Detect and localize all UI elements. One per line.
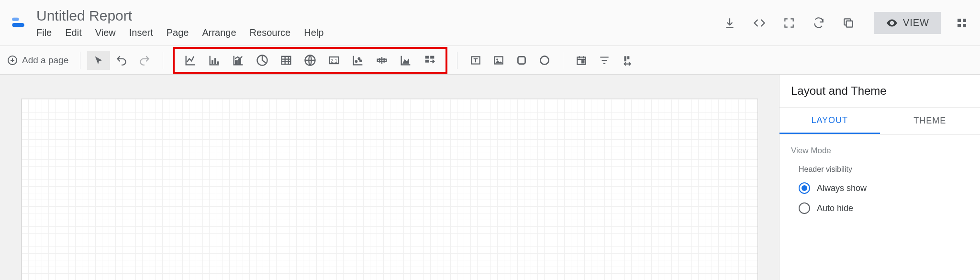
- svg-rect-25: [425, 59, 429, 62]
- radio-icon: [799, 202, 810, 214]
- radio-auto-hide[interactable]: Auto hide: [799, 202, 969, 214]
- combo-chart-icon[interactable]: [226, 51, 250, 70]
- app-logo-icon[interactable]: [9, 13, 28, 33]
- pivot-table-icon[interactable]: [418, 51, 442, 70]
- svg-rect-11: [217, 61, 219, 64]
- separator: [163, 52, 163, 69]
- geo-chart-icon[interactable]: [298, 51, 322, 70]
- undo-icon[interactable]: [110, 51, 133, 70]
- svg-rect-33: [624, 56, 626, 61]
- embed-icon[interactable]: [751, 14, 768, 32]
- svg-rect-5: [963, 19, 966, 22]
- table-chart-icon[interactable]: [274, 51, 298, 70]
- separator: [80, 52, 80, 69]
- image-icon[interactable]: [487, 51, 510, 70]
- redo-icon[interactable]: [133, 51, 156, 70]
- svg-point-20: [358, 57, 360, 59]
- bar-chart-icon[interactable]: [202, 51, 226, 70]
- svg-rect-24: [430, 56, 434, 58]
- svg-rect-7: [963, 24, 966, 27]
- svg-rect-9: [212, 60, 213, 64]
- side-panel: Layout and Theme LAYOUT THEME View Mode …: [779, 75, 980, 280]
- svg-point-30: [541, 56, 549, 64]
- view-mode-heading: View Mode: [791, 146, 969, 156]
- separator: [457, 52, 457, 69]
- radio-always-show[interactable]: Always show: [799, 182, 969, 194]
- svg-rect-23: [425, 56, 429, 58]
- tab-layout[interactable]: LAYOUT: [780, 108, 880, 134]
- refresh-icon[interactable]: [810, 14, 827, 32]
- svg-rect-29: [518, 56, 525, 64]
- text-box-icon[interactable]: [464, 51, 487, 70]
- menu-help[interactable]: Help: [304, 27, 323, 38]
- data-control-icon[interactable]: [616, 51, 639, 70]
- svg-rect-6: [958, 24, 961, 27]
- radio-label: Auto hide: [817, 203, 853, 213]
- menu-arrange[interactable]: Arrange: [202, 27, 236, 38]
- document-title[interactable]: Untitled Report: [36, 7, 323, 24]
- date-range-icon[interactable]: [570, 51, 593, 70]
- eye-icon: [886, 17, 898, 29]
- menu-file[interactable]: File: [36, 27, 52, 38]
- svg-point-19: [356, 60, 357, 62]
- svg-point-21: [360, 60, 362, 62]
- svg-rect-4: [958, 19, 961, 22]
- header-visibility-heading: Header visibility: [799, 165, 969, 174]
- pie-chart-icon[interactable]: [250, 51, 274, 70]
- menu-resource[interactable]: Resource: [250, 27, 291, 38]
- fullscreen-icon[interactable]: [780, 14, 798, 32]
- scatter-chart-icon[interactable]: [346, 51, 370, 70]
- svg-rect-0: [12, 17, 19, 21]
- svg-rect-12: [235, 61, 237, 64]
- menu-view[interactable]: View: [95, 27, 116, 38]
- copy-icon[interactable]: [840, 14, 857, 32]
- svg-rect-15: [282, 56, 291, 64]
- svg-text:2.1: 2.1: [331, 57, 338, 63]
- toolbar: Add a page 2.1: [0, 46, 980, 75]
- svg-point-28: [496, 58, 498, 60]
- view-button[interactable]: VIEW: [874, 12, 941, 34]
- view-button-label: VIEW: [903, 17, 929, 28]
- bullet-chart-icon[interactable]: [370, 51, 394, 70]
- rectangle-shape-icon[interactable]: [510, 51, 533, 70]
- separator: [563, 52, 563, 69]
- svg-rect-32: [582, 61, 584, 63]
- apps-icon[interactable]: [953, 14, 970, 32]
- circle-shape-icon[interactable]: [533, 51, 556, 70]
- select-tool-icon[interactable]: [87, 51, 110, 70]
- download-icon[interactable]: [721, 14, 738, 32]
- add-page-button[interactable]: Add a page: [6, 55, 73, 66]
- chart-tools-group: 2.1: [173, 47, 447, 74]
- svg-rect-2: [846, 21, 853, 27]
- scorecard-icon[interactable]: 2.1: [322, 51, 346, 70]
- report-canvas[interactable]: [21, 99, 758, 280]
- add-page-label: Add a page: [22, 55, 68, 66]
- tab-theme[interactable]: THEME: [880, 108, 980, 134]
- menubar: File Edit View Insert Page Arrange Resou…: [36, 27, 323, 38]
- panel-title: Layout and Theme: [780, 75, 980, 108]
- svg-point-3: [891, 22, 893, 23]
- filter-control-icon[interactable]: [593, 51, 616, 70]
- canvas-area[interactable]: [0, 75, 779, 280]
- svg-rect-34: [627, 56, 629, 59]
- svg-rect-13: [239, 59, 241, 64]
- radio-icon: [799, 182, 810, 194]
- menu-page[interactable]: Page: [167, 27, 189, 38]
- line-chart-icon[interactable]: [178, 51, 202, 70]
- svg-rect-1: [12, 23, 24, 27]
- radio-label: Always show: [817, 183, 867, 193]
- app-header: Untitled Report File Edit View Insert Pa…: [0, 0, 980, 46]
- svg-rect-10: [214, 58, 216, 64]
- area-chart-icon[interactable]: [394, 51, 418, 70]
- menu-insert[interactable]: Insert: [129, 27, 153, 38]
- menu-edit[interactable]: Edit: [65, 27, 81, 38]
